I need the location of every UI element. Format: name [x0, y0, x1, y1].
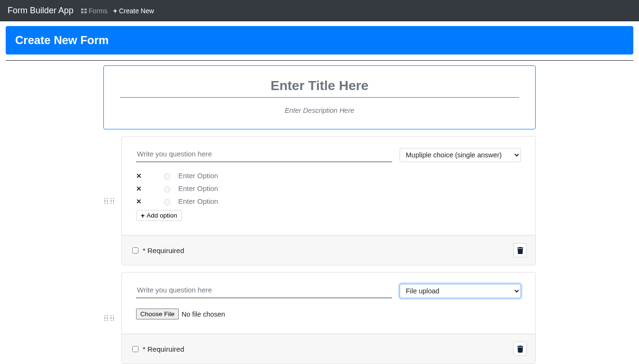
- file-status-label: No file chosen: [182, 310, 225, 318]
- choose-file-button[interactable]: Choose File: [136, 309, 179, 319]
- grid-icon: [81, 9, 87, 13]
- divider: [6, 60, 633, 61]
- required-label: * Requiruired: [143, 246, 184, 255]
- nav-forms[interactable]: Forms: [81, 7, 108, 15]
- nav-create-new[interactable]: + Create New: [113, 7, 154, 15]
- drag-handle-icon[interactable]: ∷ ∷∷ ∷: [104, 198, 115, 204]
- question-card: File upload Choose File No file chosen *…: [121, 272, 536, 364]
- delete-question-button[interactable]: [513, 342, 527, 356]
- navbar: Form Builder App Forms + Create New: [0, 0, 639, 21]
- add-option-label: Add option: [146, 212, 177, 219]
- option-radio: [164, 186, 170, 192]
- question-card-body: Mupliple choice (single answer) ✕ ✕: [122, 136, 535, 224]
- page-container: Create New Form ∷ ∷∷ ∷ Mupliple choice (…: [0, 21, 639, 364]
- remove-option-icon[interactable]: ✕: [136, 172, 155, 180]
- trash-icon: [517, 346, 523, 353]
- nav-forms-label: Forms: [89, 7, 108, 15]
- remove-option-icon[interactable]: ✕: [136, 198, 155, 205]
- page-title: Create New Form: [15, 34, 624, 47]
- app-brand[interactable]: Form Builder App: [8, 6, 73, 16]
- file-upload-row: Choose File No file chosen: [136, 309, 521, 319]
- plus-icon: +: [113, 8, 117, 14]
- option-row: ✕: [136, 171, 521, 181]
- required-checkbox[interactable]: [132, 247, 138, 254]
- option-row: ✕: [136, 183, 521, 193]
- question-card-footer: * Requiruired: [122, 334, 535, 364]
- form-description-input[interactable]: [182, 106, 457, 115]
- required-toggle[interactable]: * Requiruired: [130, 345, 184, 354]
- page-header: Create New Form: [6, 26, 633, 55]
- option-text-input[interactable]: [178, 171, 320, 181]
- question-wrapper: ∷ ∷∷ ∷ File upload Choose File No file c…: [103, 272, 536, 364]
- form-title-input[interactable]: [120, 76, 519, 98]
- question-card: Mupliple choice (single answer) ✕ ✕: [121, 136, 536, 265]
- question-wrapper: ∷ ∷∷ ∷ Mupliple choice (single answer) ✕: [103, 136, 536, 265]
- nav-create-new-label: Create New: [119, 7, 154, 15]
- required-checkbox[interactable]: [132, 346, 138, 352]
- option-radio: [164, 173, 170, 180]
- question-type-select[interactable]: Mupliple choice (single answer): [400, 148, 521, 162]
- question-text-input[interactable]: [136, 148, 392, 162]
- remove-option-icon[interactable]: ✕: [136, 185, 155, 192]
- trash-icon: [517, 247, 523, 254]
- options-list: ✕ ✕ ✕: [136, 171, 521, 221]
- drag-handle-icon[interactable]: ∷ ∷∷ ∷: [104, 315, 115, 321]
- question-card-footer: * Requiruired: [122, 235, 535, 265]
- delete-question-button[interactable]: [513, 243, 527, 257]
- title-card: [103, 65, 536, 129]
- form-builder-column: ∷ ∷∷ ∷ Mupliple choice (single answer) ✕: [103, 65, 536, 364]
- plus-icon: +: [141, 212, 145, 219]
- option-radio: [164, 199, 170, 205]
- question-card-body: File upload Choose File No file chosen: [122, 273, 535, 322]
- option-row: ✕: [136, 196, 521, 206]
- add-option-button[interactable]: + Add option: [136, 210, 182, 221]
- question-type-select[interactable]: File upload: [400, 284, 521, 298]
- option-text-input[interactable]: [178, 183, 320, 193]
- required-label: * Requiruired: [143, 345, 184, 353]
- required-toggle[interactable]: * Requiruired: [130, 246, 184, 255]
- question-text-input[interactable]: [136, 284, 392, 298]
- option-text-input[interactable]: [178, 196, 320, 206]
